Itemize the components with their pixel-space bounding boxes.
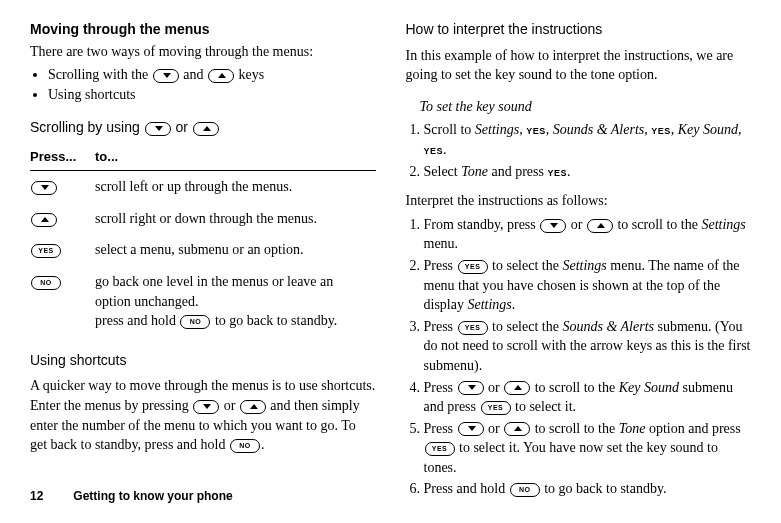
th-to: to... [95,144,376,171]
table-row: YES select a menu, submenu or an option. [30,234,376,266]
down-key-icon [153,69,179,83]
text: Select [424,164,462,179]
text: Scrolling by using [30,119,144,135]
text: to scroll to the [531,421,619,436]
intro-moving: There are two ways of moving through the… [30,42,376,62]
up-key-icon [240,400,266,414]
chapter-title: Getting to know your phone [73,489,232,503]
th-press: Press... [30,144,95,171]
down-key-icon [31,181,57,195]
text: Settings [475,122,519,137]
cell-desc: go back one level in the menus or leave … [95,266,376,337]
heading-interpret: How to interpret the instructions [406,20,752,40]
text: Scroll to [424,122,475,137]
shortcuts-body: A quicker way to move through the menus … [30,376,376,454]
cell-desc: scroll left or up through the menus. [95,171,376,203]
up-key-icon [193,122,219,136]
text: to select it. You have now set the key s… [424,440,718,475]
text: to select the [489,258,563,273]
text: to scroll to the [614,217,702,232]
yes-label: YES [547,168,567,178]
text: Press [424,258,457,273]
up-key-icon [504,422,530,436]
cell-desc: scroll right or down through the menus. [95,203,376,235]
text: . [261,437,265,452]
yes-key-icon: YES [481,401,511,415]
up-key-icon [504,381,530,395]
list-item: Press and hold NO to go back to standby. [424,479,752,499]
subhead-shortcuts: Using shortcuts [30,351,376,371]
text: menu. [424,236,459,251]
up-key-icon [587,219,613,233]
text: Settings [701,217,745,232]
yes-label: YES [424,146,444,156]
text: Settings [562,258,606,273]
text: Key Sound [619,380,679,395]
text: Sounds & Alerts [562,319,654,334]
text: Press [424,319,457,334]
text: . [567,164,571,179]
text: go back one level in the menus or leave … [95,274,333,309]
list-item: Scroll to Settings, YES, Sounds & Alerts… [424,120,752,159]
procedure-head: To set the key sound [420,97,752,117]
yes-key-icon: YES [458,321,488,335]
text: From standby, press [424,217,540,232]
table-row: NO go back one level in the menus or lea… [30,266,376,337]
yes-label: YES [526,126,546,136]
text: to go back to standby. [541,481,667,496]
text: Key Sound [678,122,738,137]
interpret-intro: In this example of how to interpret the … [406,46,752,85]
text: . [443,142,447,157]
text: to scroll to the [531,380,619,395]
text: Sounds & Alerts [553,122,645,137]
right-column: How to interpret the instructions In thi… [406,20,752,505]
text: or [567,217,586,232]
text: Tone [619,421,646,436]
list-item: Press or to scroll to the Key Sound subm… [424,378,752,417]
list-item: From standby, press or to scroll to the … [424,215,752,254]
page-footer: 12Getting to know your phone [30,488,233,505]
text: Scrolling with the [48,67,152,82]
interpret-lead: Interpret the instructions as follows: [406,191,752,211]
list-item: Select Tone and press YES. [424,162,752,182]
heading-moving: Moving through the menus [30,20,376,40]
list-item: Press YES to select the Sounds & Alerts … [424,317,752,376]
bullet-shortcuts: Using shortcuts [48,85,376,105]
cell-desc: select a menu, submenu or an option. [95,234,376,266]
text: , [671,122,678,137]
yes-key-icon: YES [31,244,61,258]
text: Press [424,380,457,395]
text: and [180,67,207,82]
text: to select the [489,319,563,334]
text: Press [424,421,457,436]
yes-key-icon: YES [425,442,455,456]
text: Tone [461,164,488,179]
no-key-icon: NO [510,483,540,497]
up-key-icon [208,69,234,83]
down-key-icon [458,381,484,395]
yes-key-icon: YES [458,260,488,274]
down-key-icon [193,400,219,414]
text: keys [235,67,264,82]
text: press and hold [95,313,179,328]
text: or [485,421,504,436]
no-key-icon: NO [230,439,260,453]
down-key-icon [458,422,484,436]
text: Settings [467,297,511,312]
no-key-icon: NO [180,315,210,329]
list-item: Press or to scroll to the Tone option an… [424,419,752,478]
text: . [512,297,516,312]
text: or [485,380,504,395]
down-key-icon [145,122,171,136]
yes-label: YES [651,126,671,136]
page-number: 12 [30,489,43,503]
text: or [220,398,239,413]
table-row: scroll left or up through the menus. [30,171,376,203]
text: , [738,122,742,137]
list-item: Press YES to select the Settings menu. T… [424,256,752,315]
text: to go back to standby. [211,313,337,328]
text: option and press [645,421,740,436]
text: , [546,122,553,137]
text: to select it. [512,399,577,414]
down-key-icon [540,219,566,233]
